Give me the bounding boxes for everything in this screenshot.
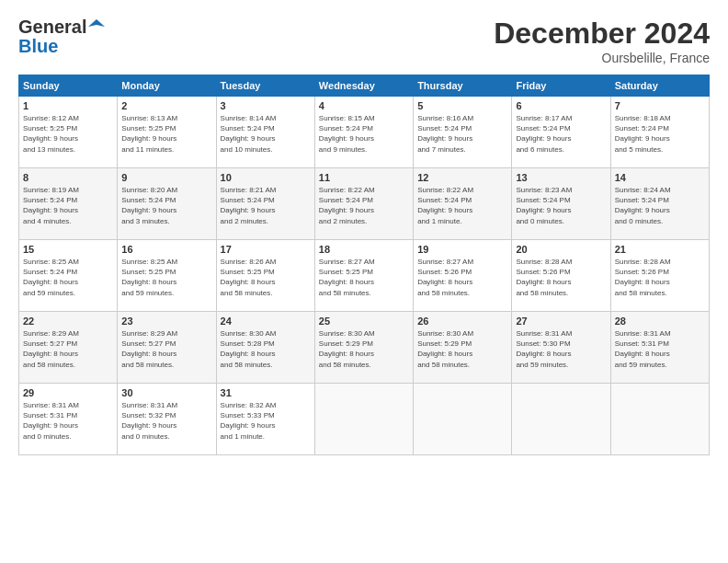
day-number: 16	[121, 244, 211, 255]
day-number: 22	[23, 316, 113, 327]
table-row: 28Sunrise: 8:31 AM Sunset: 5:31 PM Dayli…	[610, 312, 709, 384]
calendar-header-row: Sunday Monday Tuesday Wednesday Thursday…	[19, 75, 710, 97]
day-info: Sunrise: 8:26 AM Sunset: 5:25 PM Dayligh…	[221, 257, 311, 298]
day-info: Sunrise: 8:31 AM Sunset: 5:30 PM Dayligh…	[516, 328, 606, 370]
table-row: 10Sunrise: 8:21 AM Sunset: 5:24 PM Dayli…	[216, 168, 314, 240]
calendar-week-row: 1Sunrise: 8:12 AM Sunset: 5:25 PM Daylig…	[19, 97, 710, 168]
day-info: Sunrise: 8:18 AM Sunset: 5:24 PM Dayligh…	[615, 113, 705, 155]
day-number: 24	[221, 316, 311, 327]
table-row: 11Sunrise: 8:22 AM Sunset: 5:24 PM Dayli…	[314, 168, 413, 240]
table-row: 9Sunrise: 8:20 AM Sunset: 5:24 PM Daylig…	[118, 168, 216, 240]
day-number: 3	[221, 100, 311, 111]
day-info: Sunrise: 8:31 AM Sunset: 5:32 PM Dayligh…	[121, 400, 211, 442]
day-info: Sunrise: 8:24 AM Sunset: 5:24 PM Dayligh…	[615, 185, 705, 226]
day-number: 28	[615, 316, 705, 327]
day-number: 15	[23, 244, 113, 255]
day-number: 26	[417, 316, 507, 327]
table-row: 17Sunrise: 8:26 AM Sunset: 5:25 PM Dayli…	[216, 240, 314, 312]
day-info: Sunrise: 8:25 AM Sunset: 5:24 PM Dayligh…	[23, 257, 113, 298]
col-monday: Monday	[118, 75, 216, 97]
day-number: 9	[121, 172, 211, 183]
table-row: 26Sunrise: 8:30 AM Sunset: 5:29 PM Dayli…	[414, 312, 512, 384]
day-number: 8	[23, 172, 113, 183]
day-number: 5	[417, 100, 507, 111]
day-info: Sunrise: 8:32 AM Sunset: 5:33 PM Dayligh…	[221, 400, 311, 442]
table-row: 12Sunrise: 8:22 AM Sunset: 5:24 PM Dayli…	[414, 168, 512, 240]
day-info: Sunrise: 8:16 AM Sunset: 5:24 PM Dayligh…	[417, 113, 507, 155]
day-number: 29	[23, 387, 113, 398]
day-info: Sunrise: 8:20 AM Sunset: 5:24 PM Dayligh…	[121, 185, 211, 226]
table-row: 27Sunrise: 8:31 AM Sunset: 5:30 PM Dayli…	[512, 312, 610, 384]
table-row: 16Sunrise: 8:25 AM Sunset: 5:25 PM Dayli…	[118, 240, 216, 312]
day-number: 18	[319, 244, 409, 255]
table-row: 14Sunrise: 8:24 AM Sunset: 5:24 PM Dayli…	[610, 168, 709, 240]
day-number: 14	[615, 172, 705, 183]
calendar-week-row: 8Sunrise: 8:19 AM Sunset: 5:24 PM Daylig…	[19, 168, 710, 240]
day-info: Sunrise: 8:19 AM Sunset: 5:24 PM Dayligh…	[23, 185, 113, 226]
day-number: 31	[221, 387, 311, 398]
col-friday: Friday	[512, 75, 610, 97]
day-info: Sunrise: 8:21 AM Sunset: 5:24 PM Dayligh…	[221, 185, 311, 226]
table-row: 18Sunrise: 8:27 AM Sunset: 5:25 PM Dayli…	[314, 240, 413, 312]
calendar-week-row: 29Sunrise: 8:31 AM Sunset: 5:31 PM Dayli…	[19, 384, 710, 455]
day-info: Sunrise: 8:31 AM Sunset: 5:31 PM Dayligh…	[615, 328, 705, 370]
logo: General Blue	[18, 17, 105, 57]
col-tuesday: Tuesday	[216, 75, 314, 97]
col-sunday: Sunday	[19, 75, 118, 97]
logo-general: General	[18, 17, 86, 38]
table-row: 15Sunrise: 8:25 AM Sunset: 5:24 PM Dayli…	[19, 240, 118, 312]
table-row: 25Sunrise: 8:30 AM Sunset: 5:29 PM Dayli…	[314, 312, 413, 384]
table-row: 6Sunrise: 8:17 AM Sunset: 5:24 PM Daylig…	[512, 97, 610, 168]
day-number: 1	[23, 100, 113, 111]
table-row: 2Sunrise: 8:13 AM Sunset: 5:25 PM Daylig…	[118, 97, 216, 168]
day-number: 19	[417, 244, 507, 255]
day-number: 23	[121, 316, 211, 327]
day-number: 13	[516, 172, 606, 183]
col-thursday: Thursday	[414, 75, 512, 97]
page: General Blue December 2024 Oursbelille, …	[0, 0, 728, 563]
table-row: 19Sunrise: 8:27 AM Sunset: 5:26 PM Dayli…	[414, 240, 512, 312]
day-info: Sunrise: 8:28 AM Sunset: 5:26 PM Dayligh…	[615, 257, 705, 298]
table-row: 21Sunrise: 8:28 AM Sunset: 5:26 PM Dayli…	[610, 240, 709, 312]
table-row: 31Sunrise: 8:32 AM Sunset: 5:33 PM Dayli…	[216, 384, 314, 455]
table-row: 30Sunrise: 8:31 AM Sunset: 5:32 PM Dayli…	[118, 384, 216, 455]
day-info: Sunrise: 8:30 AM Sunset: 5:29 PM Dayligh…	[319, 328, 409, 370]
calendar-week-row: 15Sunrise: 8:25 AM Sunset: 5:24 PM Dayli…	[19, 240, 710, 312]
day-number: 25	[319, 316, 409, 327]
day-info: Sunrise: 8:22 AM Sunset: 5:24 PM Dayligh…	[417, 185, 507, 226]
calendar-table: Sunday Monday Tuesday Wednesday Thursday…	[18, 75, 710, 455]
day-info: Sunrise: 8:30 AM Sunset: 5:29 PM Dayligh…	[417, 328, 507, 370]
day-info: Sunrise: 8:25 AM Sunset: 5:25 PM Dayligh…	[121, 257, 211, 298]
svg-marker-0	[88, 19, 105, 27]
day-info: Sunrise: 8:29 AM Sunset: 5:27 PM Dayligh…	[121, 328, 211, 370]
table-row: 29Sunrise: 8:31 AM Sunset: 5:31 PM Dayli…	[19, 384, 118, 455]
col-wednesday: Wednesday	[314, 75, 413, 97]
table-row: 3Sunrise: 8:14 AM Sunset: 5:24 PM Daylig…	[216, 97, 314, 168]
day-info: Sunrise: 8:23 AM Sunset: 5:24 PM Dayligh…	[516, 185, 606, 226]
logo-blue: Blue	[18, 36, 58, 57]
table-row: 7Sunrise: 8:18 AM Sunset: 5:24 PM Daylig…	[610, 97, 709, 168]
table-row: 1Sunrise: 8:12 AM Sunset: 5:25 PM Daylig…	[19, 97, 118, 168]
day-number: 11	[319, 172, 409, 183]
table-row	[414, 384, 512, 455]
table-row	[610, 384, 709, 455]
day-number: 2	[121, 100, 211, 111]
day-number: 21	[615, 244, 705, 255]
day-info: Sunrise: 8:31 AM Sunset: 5:31 PM Dayligh…	[23, 400, 113, 442]
table-row: 13Sunrise: 8:23 AM Sunset: 5:24 PM Dayli…	[512, 168, 610, 240]
day-number: 10	[221, 172, 311, 183]
header: General Blue December 2024 Oursbelille, …	[18, 17, 710, 65]
day-info: Sunrise: 8:28 AM Sunset: 5:26 PM Dayligh…	[516, 257, 606, 298]
day-info: Sunrise: 8:30 AM Sunset: 5:28 PM Dayligh…	[221, 328, 311, 370]
table-row: 4Sunrise: 8:15 AM Sunset: 5:24 PM Daylig…	[314, 97, 413, 168]
day-number: 6	[516, 100, 606, 111]
table-row	[314, 384, 413, 455]
day-info: Sunrise: 8:15 AM Sunset: 5:24 PM Dayligh…	[319, 113, 409, 155]
subtitle: Oursbelille, France	[494, 51, 710, 65]
day-info: Sunrise: 8:12 AM Sunset: 5:25 PM Dayligh…	[23, 113, 113, 155]
table-row: 23Sunrise: 8:29 AM Sunset: 5:27 PM Dayli…	[118, 312, 216, 384]
table-row: 24Sunrise: 8:30 AM Sunset: 5:28 PM Dayli…	[216, 312, 314, 384]
table-row: 20Sunrise: 8:28 AM Sunset: 5:26 PM Dayli…	[512, 240, 610, 312]
day-info: Sunrise: 8:14 AM Sunset: 5:24 PM Dayligh…	[221, 113, 311, 155]
table-row: 8Sunrise: 8:19 AM Sunset: 5:24 PM Daylig…	[19, 168, 118, 240]
